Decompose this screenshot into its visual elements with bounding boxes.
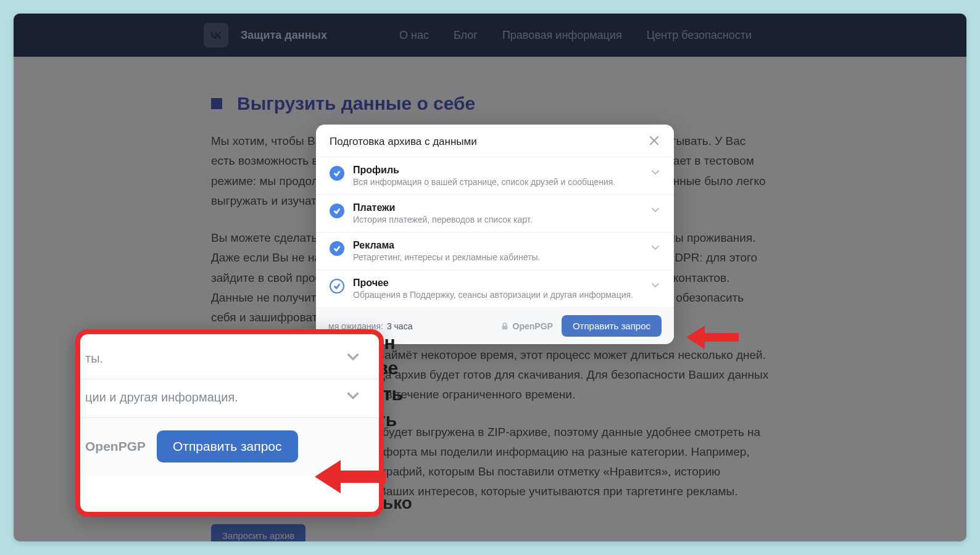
zoom-content: ты. ции и другая информация. OpenPGP Отп… [80, 334, 379, 475]
openpgp-label: OpenPGP [513, 321, 553, 331]
item-title: Реклама [353, 240, 642, 251]
lock-icon [500, 322, 509, 331]
item-desc: История платежей, переводов и список кар… [353, 215, 642, 224]
zoom-desc: ции и другая информация. [80, 390, 238, 405]
close-icon[interactable] [648, 134, 660, 149]
item-text: Профиль Вся информация о вашей странице,… [353, 165, 642, 187]
chevron-down-icon[interactable] [346, 349, 360, 368]
item-desc: Обращения в Поддержку, сеансы авторизаци… [353, 290, 642, 300]
modal-item-other[interactable]: Прочее Обращения в Поддержку, сеансы авт… [316, 269, 674, 307]
modal-item-profile[interactable]: Профиль Вся информация о вашей странице,… [316, 157, 674, 194]
modal-item-ads[interactable]: Реклама Ретаргетинг, интересы и рекламны… [316, 232, 674, 269]
check-icon [330, 166, 344, 181]
check-icon [330, 204, 344, 218]
arrow-annotation-icon [686, 322, 742, 353]
zoom-row: ции и другая информация. [80, 379, 379, 418]
item-desc: Вся информация о вашей странице, список … [353, 177, 642, 187]
arrow-annotation-icon [315, 455, 389, 498]
openpgp-option[interactable]: OpenPGP [500, 321, 553, 331]
zoom-fragment: ты. [80, 352, 103, 366]
chevron-down-icon[interactable] [650, 205, 660, 216]
item-desc: Ретаргетинг, интересы и рекламные кабине… [353, 252, 642, 262]
check-icon [330, 241, 344, 256]
item-title: Прочее [353, 278, 642, 289]
zoom-send-request-button[interactable]: Отправить запрос [157, 430, 298, 462]
archive-modal: Подготовка архива с данными Профиль Вся … [316, 125, 674, 344]
zoom-row: ты. [80, 334, 379, 379]
x-icon [648, 134, 660, 147]
chevron-down-icon[interactable] [650, 167, 660, 179]
modal-header: Подготовка архива с данными [316, 125, 674, 157]
zoom-openpgp-label[interactable]: OpenPGP [85, 439, 146, 454]
item-text: Прочее Обращения в Поддержку, сеансы авт… [353, 278, 642, 300]
modal-title: Подготовка архива с данными [330, 136, 477, 148]
page-frame: Защита данных О нас Блог Правовая информ… [14, 14, 966, 541]
item-title: Платежи [353, 202, 642, 213]
chevron-down-icon[interactable] [650, 242, 660, 254]
chevron-down-icon[interactable] [650, 280, 660, 292]
chevron-down-icon[interactable] [346, 388, 360, 406]
item-title: Профиль [353, 165, 642, 176]
item-text: Реклама Ретаргетинг, интересы и рекламны… [353, 240, 642, 262]
item-text: Платежи История платежей, переводов и сп… [353, 202, 642, 224]
modal-item-payments[interactable]: Платежи История платежей, переводов и сп… [316, 194, 674, 232]
check-partial-icon [330, 279, 344, 294]
send-request-button[interactable]: Отправить запрос [562, 315, 662, 337]
wait-value: 3 часа [387, 321, 413, 331]
